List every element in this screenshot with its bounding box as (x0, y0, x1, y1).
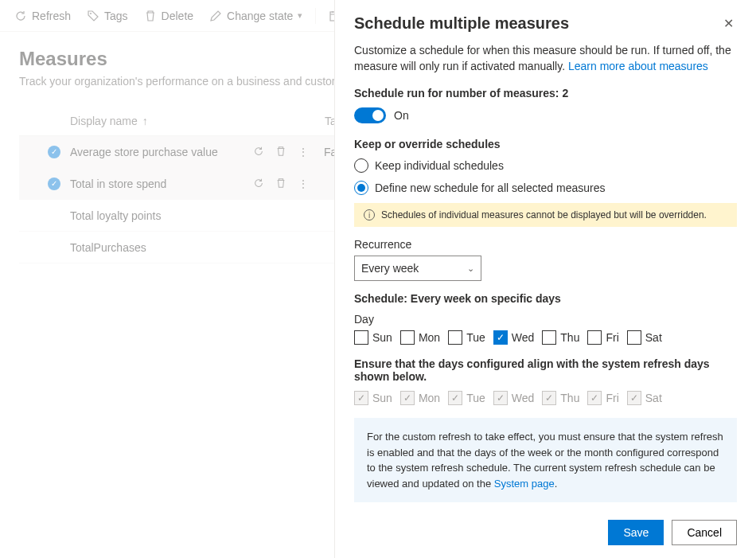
radio-keep-individual[interactable]: Keep individual schedules (354, 158, 737, 173)
radio-define-new[interactable]: Define new schedule for all selected mea… (354, 181, 737, 195)
warning-text: Schedules of individual measures cannot … (381, 209, 707, 220)
delete-button[interactable]: Delete (138, 6, 200, 25)
day-tue[interactable]: Tue (448, 330, 485, 345)
recurrence-value: Every week (361, 262, 419, 275)
trash-icon[interactable] (275, 146, 286, 158)
info-period: . (555, 478, 558, 490)
system-day-tue: ✓Tue (448, 391, 485, 405)
panel-body: Schedule multiple measures ✕ Customize a… (335, 0, 756, 510)
close-icon: ✕ (723, 17, 734, 30)
checkbox-disabled-icon: ✓ (542, 391, 556, 405)
system-day-label: Sun (372, 392, 392, 404)
system-day-label: Thu (560, 392, 579, 404)
trash-icon[interactable] (275, 178, 286, 190)
refresh-button[interactable]: Refresh (8, 6, 77, 25)
day-label: Tue (466, 331, 485, 344)
schedule-toggle[interactable] (354, 107, 386, 123)
system-day-label: Wed (512, 392, 535, 404)
refresh-icon[interactable] (253, 146, 264, 158)
day-sun[interactable]: Sun (354, 330, 392, 345)
save-button[interactable]: Save (608, 520, 664, 545)
radio-icon (354, 158, 368, 173)
toolbar-divider (315, 8, 316, 24)
day-fri[interactable]: Fri (587, 330, 618, 345)
tag-icon (87, 10, 99, 22)
checkbox-disabled-icon: ✓ (587, 391, 602, 405)
recurrence-label: Recurrence (354, 238, 737, 251)
schedule-summary: Schedule: Every week on specific days (354, 292, 737, 305)
panel-title: Schedule multiple measures (354, 14, 569, 33)
panel-description: Customize a schedule for when this measu… (354, 43, 737, 74)
radio-keep-label: Keep individual schedules (375, 159, 504, 172)
more-icon[interactable]: ⋮ (298, 146, 310, 158)
pencil-icon (209, 10, 222, 22)
system-day-mon: ✓Mon (400, 391, 440, 405)
system-days-row: ✓Sun✓Mon✓Tue✓Wed✓Thu✓Fri✓Sat (354, 391, 737, 405)
refresh-icon (14, 10, 27, 22)
day-label: Sat (645, 331, 662, 344)
column-display-name-text: Display name (70, 115, 138, 127)
system-day-label: Mon (419, 392, 440, 404)
ensure-text: Ensure that the days configured align wi… (354, 357, 737, 383)
system-refresh-info: For the custom refresh to take effect, y… (354, 418, 737, 502)
day-thu[interactable]: Thu (542, 330, 579, 345)
checkbox-icon (587, 330, 602, 345)
system-day-fri: ✓Fri (587, 391, 618, 405)
close-button[interactable]: ✕ (720, 14, 737, 33)
day-sat[interactable]: Sat (627, 330, 662, 345)
day-label: Mon (419, 331, 440, 344)
day-label: Thu (560, 331, 579, 344)
row-name: Total in store spend (70, 178, 253, 190)
learn-more-link[interactable]: Learn more about measures (568, 60, 708, 72)
checkbox-disabled-icon: ✓ (627, 391, 641, 405)
checkbox-disabled-icon: ✓ (493, 391, 508, 405)
schedule-panel: Schedule multiple measures ✕ Customize a… (334, 0, 756, 558)
checkbox-disabled-icon: ✓ (448, 391, 462, 405)
day-label: Fri (606, 331, 618, 344)
system-page-link[interactable]: System page (494, 478, 555, 490)
recurrence-select[interactable]: Every week ⌄ (354, 256, 481, 281)
toggle-knob (372, 110, 384, 121)
change-state-button[interactable]: Change state ▾ (203, 6, 309, 25)
checkbox-icon (448, 330, 462, 345)
radio-define-label: Define new schedule for all selected mea… (375, 181, 606, 194)
system-day-sat: ✓Sat (627, 391, 662, 405)
checkbox-icon: ✓ (493, 330, 508, 345)
chevron-down-icon: ⌄ (467, 263, 474, 274)
cancel-button[interactable]: Cancel (672, 520, 737, 545)
day-wed[interactable]: ✓Wed (493, 330, 535, 345)
checkbox-icon (542, 330, 556, 345)
day-label: Wed (512, 331, 535, 344)
system-day-label: Sat (645, 392, 662, 404)
radio-icon-checked (354, 181, 368, 195)
check-circle-icon: ✓ (48, 146, 60, 158)
row-name: Total loyalty points (70, 209, 253, 222)
system-day-label: Fri (606, 392, 618, 404)
row-check[interactable]: ✓ (38, 146, 70, 158)
panel-footer: Save Cancel (335, 510, 756, 558)
trash-icon (144, 10, 157, 22)
schedule-run-heading: Schedule run for number of measures: 2 (354, 87, 737, 100)
day-mon[interactable]: Mon (400, 330, 440, 345)
day-label: Sun (372, 331, 392, 344)
row-name: TotalPurchases (70, 241, 253, 254)
row-check[interactable]: ✓ (38, 178, 70, 190)
chevron-down-icon: ▾ (298, 10, 302, 21)
tags-label: Tags (104, 10, 128, 22)
day-label: Day (354, 313, 737, 326)
checkbox-icon (354, 330, 368, 345)
keep-override-heading: Keep or override schedules (354, 138, 737, 150)
days-row: SunMonTue✓WedThuFriSat (354, 330, 737, 345)
more-icon[interactable]: ⋮ (298, 178, 310, 190)
toggle-label: On (394, 109, 409, 122)
tags-button[interactable]: Tags (80, 6, 134, 25)
checkbox-disabled-icon: ✓ (354, 391, 368, 405)
refresh-label: Refresh (32, 10, 71, 22)
warning-message: i Schedules of individual measures canno… (354, 203, 737, 227)
row-actions: ⋮ (253, 146, 310, 158)
checkbox-disabled-icon: ✓ (400, 391, 415, 405)
column-display-name[interactable]: Display name ↑ (70, 115, 261, 127)
checkbox-icon (627, 330, 641, 345)
refresh-icon[interactable] (253, 178, 264, 190)
system-day-sun: ✓Sun (354, 391, 392, 405)
